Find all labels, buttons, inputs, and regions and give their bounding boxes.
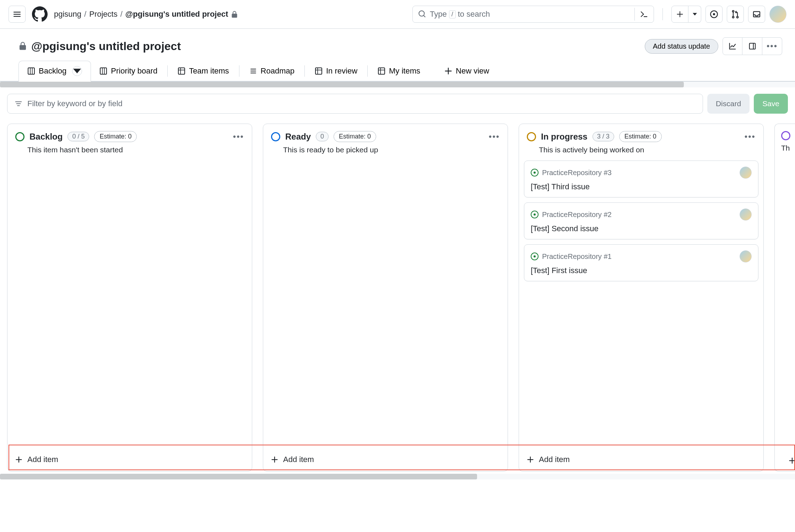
caret-down-icon (693, 12, 697, 16)
column-header (775, 124, 795, 144)
column-description: This is actively being worked on (519, 146, 763, 161)
project-header: @pgisung's untitled project Add status u… (0, 29, 795, 55)
column-estimate: Estimate: 0 (334, 131, 376, 142)
breadcrumb: pgisung / Projects / @pgisung's untitled… (54, 10, 238, 19)
card-repo-ref: PracticeRepository #1 (542, 253, 612, 261)
card[interactable]: PracticeRepository #2 [Test] Second issu… (524, 202, 758, 239)
search-prefix: Type (430, 10, 447, 19)
terminal-icon (640, 10, 648, 18)
search-bar[interactable]: Type / to search (412, 6, 654, 23)
new-view-button[interactable]: New view (436, 61, 498, 81)
tab-backlog[interactable]: Backlog (18, 61, 91, 82)
column-in-progress: In progress 3 / 3 Estimate: 0 ••• This i… (519, 124, 764, 472)
column-description: This item hasn't been started (7, 146, 252, 161)
command-palette-button[interactable] (634, 8, 650, 21)
project-menu-button[interactable]: ••• (762, 37, 782, 55)
project-title-text: @pgisung's untitled project (31, 40, 181, 53)
save-button[interactable]: Save (754, 94, 788, 114)
breadcrumb-separator: / (84, 10, 86, 19)
breadcrumb-separator: / (120, 10, 123, 19)
filter-input[interactable]: Filter by keyword or by field (7, 94, 703, 114)
project-title: @pgisung's untitled project (18, 40, 181, 53)
tab-separator (239, 65, 239, 77)
card[interactable]: PracticeRepository #3 [Test] Third issue (524, 161, 758, 197)
breadcrumb-owner[interactable]: pgisung (54, 10, 81, 19)
status-circle-icon (527, 132, 536, 141)
column-title: In progress (541, 132, 588, 142)
table-icon (378, 67, 385, 75)
tab-label: In review (326, 66, 357, 76)
column-menu-button[interactable]: ••• (233, 132, 244, 142)
column-backlog: Backlog 0 / 5 Estimate: 0 ••• This item … (7, 124, 252, 472)
column-menu-button[interactable]: ••• (489, 132, 500, 142)
assignee-avatar[interactable] (740, 208, 752, 221)
plus-icon (789, 457, 795, 464)
column-menu-button[interactable]: ••• (745, 132, 756, 142)
add-item-button[interactable]: Add item (7, 448, 252, 471)
board-scrollbar[interactable] (0, 474, 795, 479)
create-new-dropdown[interactable] (671, 6, 701, 23)
column-count: 3 / 3 (593, 132, 614, 141)
issue-opened-icon (710, 10, 718, 18)
inbox-icon (752, 10, 761, 18)
search-key-hint: / (449, 10, 456, 18)
caret-down-icon (73, 67, 81, 75)
project-actions: Add status update ••• (645, 37, 782, 55)
lock-icon (231, 10, 238, 19)
svg-rect-2 (749, 43, 755, 49)
assignee-avatar[interactable] (740, 250, 752, 262)
table-icon (315, 67, 323, 75)
issue-open-icon (531, 169, 539, 177)
card-title: [Test] Third issue (531, 182, 752, 191)
github-logo[interactable] (31, 6, 48, 23)
github-icon (32, 6, 48, 22)
assignee-avatar[interactable] (740, 167, 752, 179)
tab-label: Roadmap (261, 66, 294, 76)
card-title: [Test] First issue (531, 266, 752, 275)
user-avatar[interactable] (769, 6, 786, 23)
tab-separator (167, 65, 168, 77)
tab-team-items[interactable]: Team items (169, 61, 237, 81)
column-count: 0 / 5 (67, 132, 89, 141)
column-title: Backlog (29, 132, 63, 142)
graph-icon (729, 42, 736, 50)
svg-point-1 (713, 13, 715, 15)
status-circle-icon (271, 132, 280, 141)
lock-icon (18, 42, 27, 50)
board-icon (27, 67, 35, 75)
plus-icon (676, 11, 683, 18)
column-header: Backlog 0 / 5 Estimate: 0 ••• (7, 124, 252, 146)
separator (662, 8, 663, 20)
view-tabs: Backlog Priority board Team items Roadma… (0, 55, 795, 82)
card[interactable]: PracticeRepository #1 [Test] First issue (524, 244, 758, 281)
add-item-button[interactable]: Add item (263, 448, 508, 471)
panel-button[interactable] (742, 37, 762, 55)
discard-button[interactable]: Discard (707, 94, 750, 114)
tab-options-button[interactable] (72, 66, 82, 76)
pull-requests-button[interactable] (727, 6, 744, 23)
card-repo-ref: PracticeRepository #2 (542, 211, 612, 219)
top-header: pgisung / Projects / @pgisung's untitled… (0, 0, 795, 29)
filter-row: Filter by keyword or by field Discard Sa… (0, 87, 795, 120)
tab-my-items[interactable]: My items (369, 61, 429, 81)
add-status-update-button[interactable]: Add status update (645, 39, 718, 54)
add-item-button[interactable]: Add item (519, 448, 763, 471)
board: Backlog 0 / 5 Estimate: 0 ••• This item … (0, 120, 795, 472)
tab-priority-board[interactable]: Priority board (91, 61, 166, 81)
add-item-label: Add item (539, 455, 570, 464)
svg-rect-7 (100, 68, 107, 74)
tab-roadmap[interactable]: Roadmap (241, 61, 303, 81)
tab-in-review[interactable]: In review (306, 61, 366, 81)
breadcrumb-projects[interactable]: Projects (89, 10, 117, 19)
status-circle-icon (15, 132, 25, 141)
add-item-button[interactable] (775, 450, 795, 471)
sidebar-icon (748, 42, 756, 50)
column-header: Ready 0 Estimate: 0 ••• (263, 124, 508, 146)
hamburger-menu-button[interactable] (9, 6, 26, 23)
table-icon (178, 67, 185, 75)
new-view-label: New view (456, 66, 489, 76)
tabs-scrollbar[interactable] (0, 82, 795, 87)
insights-button[interactable] (723, 37, 742, 55)
inbox-button[interactable] (748, 6, 765, 23)
issues-button[interactable] (705, 6, 723, 23)
